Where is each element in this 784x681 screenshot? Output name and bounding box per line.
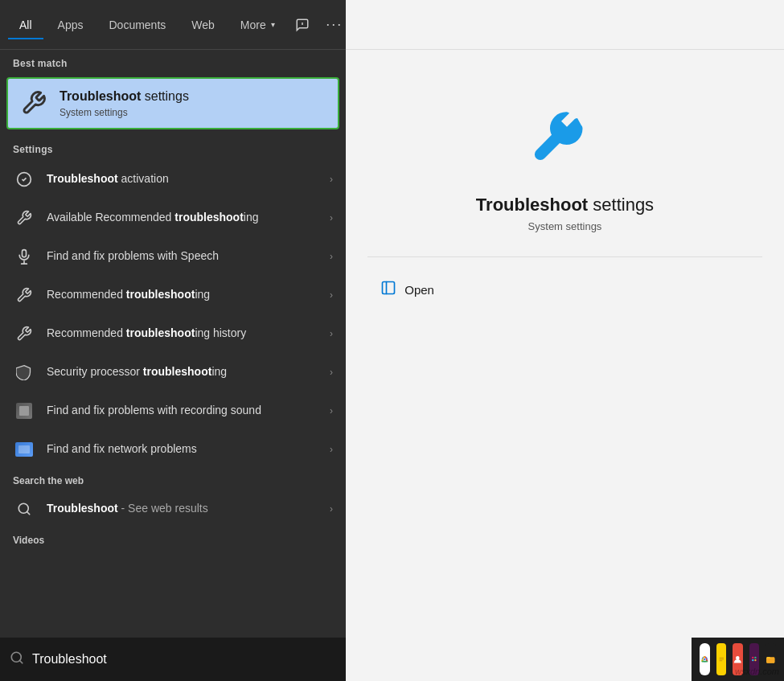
list-item[interactable]: Troubleshoot activation › (0, 160, 346, 199)
search-bar (0, 638, 346, 681)
list-item-text: Available Recommended troubleshooting (47, 210, 323, 226)
svg-rect-18 (719, 658, 723, 658)
svg-point-10 (536, 151, 543, 158)
app-subtitle: System settings (528, 220, 602, 232)
tab-web[interactable]: Web (180, 10, 226, 39)
open-icon (380, 280, 396, 300)
search-icon (10, 650, 24, 669)
svg-rect-20 (719, 660, 722, 661)
wrench-icon (13, 284, 35, 306)
videos-section-label: Videos (0, 528, 346, 549)
list-item[interactable]: Recommended troubleshooting › (0, 276, 346, 314)
app-large-icon (525, 98, 605, 178)
best-match-item[interactable]: Troubleshoot settings System settings (6, 77, 339, 129)
nav-right-icons: ··· (289, 12, 347, 38)
right-panel: Troubleshoot settings System settings Op… (346, 0, 784, 681)
chevron-down-icon: ▾ (271, 20, 275, 29)
chevron-right-icon: › (330, 405, 333, 416)
divider (367, 256, 762, 257)
list-item[interactable]: Find and fix problems with recording sou… (0, 392, 346, 430)
chevron-right-icon: › (330, 289, 333, 301)
audio-icon (13, 400, 35, 422)
circle-check-icon (13, 168, 35, 191)
open-button[interactable]: Open (367, 273, 762, 306)
best-match-subtitle: System settings (60, 107, 189, 118)
svg-line-7 (27, 511, 29, 514)
list-item-text: Security processor troubleshooting (47, 364, 323, 380)
wrench-icon (13, 207, 35, 229)
list-item[interactable]: Find and fix network problems › (0, 430, 346, 469)
chevron-right-icon: › (330, 503, 333, 515)
best-match-text: Troubleshoot settings System settings (60, 88, 189, 118)
chevron-right-icon: › (330, 212, 333, 224)
svg-rect-11 (383, 282, 395, 294)
list-item-text: Find and fix network problems (47, 441, 323, 457)
svg-point-16 (704, 658, 706, 661)
tab-documents[interactable]: Documents (97, 10, 177, 39)
chevron-right-icon: › (330, 174, 333, 185)
best-match-icon (19, 88, 48, 117)
list-item[interactable]: Recommended troubleshooting history › (0, 314, 346, 353)
mic-icon (13, 245, 35, 268)
shield-icon (13, 361, 35, 384)
search-icon (13, 498, 35, 520)
open-label: Open (404, 283, 434, 297)
settings-section: Settings Troubleshoot activation › (0, 136, 346, 469)
tab-more[interactable]: More ▾ (229, 10, 286, 39)
feedback-icon[interactable] (289, 12, 315, 38)
nav-tabs: All Apps Documents Web More ▾ ··· (0, 0, 346, 50)
results-area[interactable]: Best match Troubleshoot settings System … (0, 50, 346, 638)
svg-rect-22 (752, 657, 753, 658)
watermark: wsxdn.com (735, 667, 779, 676)
web-search-item[interactable]: Troubleshoot - See web results › (0, 490, 346, 528)
tab-all[interactable]: All (8, 10, 43, 39)
best-match-label: Best match (0, 50, 346, 74)
svg-rect-3 (23, 249, 27, 256)
list-item-text: Find and fix problems with recording sou… (47, 403, 323, 419)
list-item[interactable]: Available Recommended troubleshooting › (0, 199, 346, 237)
left-panel: All Apps Documents Web More ▾ ··· Best m… (0, 0, 346, 681)
tab-apps[interactable]: Apps (47, 10, 95, 39)
settings-section-label: Settings (0, 136, 346, 160)
svg-rect-25 (754, 659, 756, 661)
list-item-text: Recommended troubleshooting (47, 287, 323, 303)
list-item-text: Find and fix problems with Speech (47, 248, 323, 265)
wrench-icon (13, 322, 35, 345)
chevron-right-icon: › (330, 251, 333, 262)
search-window: All Apps Documents Web More ▾ ··· Best m… (0, 0, 784, 681)
right-panel-top (346, 0, 784, 50)
chevron-right-icon: › (330, 444, 333, 455)
network-icon (13, 438, 35, 461)
app-title: Troubleshoot settings (476, 195, 654, 215)
chrome-taskbar-icon[interactable] (700, 643, 710, 675)
web-search-label: Search the web (0, 469, 346, 490)
web-search-text: Troubleshoot - See web results (47, 501, 323, 517)
svg-point-21 (736, 656, 739, 659)
sticky-notes-taskbar-icon[interactable] (716, 643, 727, 675)
list-item-text: Recommended troubleshooting history (47, 326, 323, 342)
best-match-title: Troubleshoot settings (60, 88, 189, 105)
more-options-icon[interactable]: ··· (322, 12, 347, 38)
chevron-right-icon: › (330, 328, 333, 339)
right-panel-content: Troubleshoot settings System settings Op… (346, 50, 784, 681)
chevron-right-icon: › (330, 367, 333, 378)
list-item-text: Troubleshoot activation (47, 171, 323, 187)
svg-rect-23 (752, 659, 753, 661)
svg-line-9 (19, 660, 22, 663)
svg-rect-27 (767, 658, 775, 663)
list-item[interactable]: Security processor troubleshooting › (0, 353, 346, 392)
list-item[interactable]: Find and fix problems with Speech › (0, 237, 346, 276)
svg-rect-19 (719, 659, 723, 660)
svg-rect-24 (754, 657, 756, 658)
search-input[interactable] (32, 652, 336, 667)
